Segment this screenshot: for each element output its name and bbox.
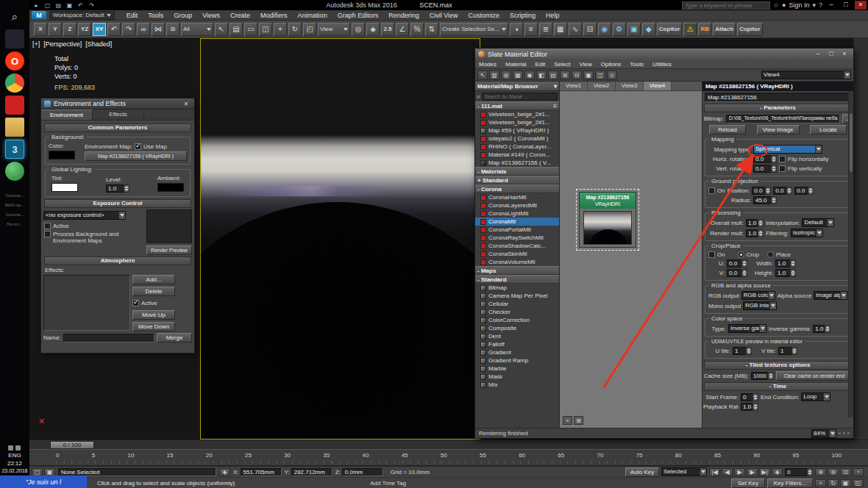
flip-vertically-checkbox[interactable] (779, 165, 786, 172)
user-icon[interactable]: ● (782, 1, 786, 9)
overall-mult-spinner[interactable]: 1.0 (746, 219, 764, 227)
slate-title-bar[interactable]: Slate Material Editor – □ × (475, 49, 853, 60)
slate-menu-item[interactable]: Edit (531, 61, 549, 68)
map-item[interactable]: Cellular (475, 300, 559, 308)
pan-tool-icon[interactable]: ◎ (607, 71, 617, 80)
redo-button[interactable]: ↷ (122, 23, 135, 36)
viewport-menu[interactable]: [Shaded] (85, 40, 112, 48)
render-setup-icon[interactable]: ⚙ (613, 23, 626, 36)
merge-button[interactable]: Merge (157, 333, 192, 342)
menu-item[interactable]: Create (225, 12, 255, 19)
map-name-field[interactable]: Map #2138627156 (705, 93, 851, 102)
corona-material-item[interactable]: CoronaShadowCatc... (475, 242, 559, 250)
select-rotate-icon[interactable]: ↻ (288, 23, 302, 36)
add-time-tag[interactable]: Add Time Tag (370, 480, 406, 487)
select-move-icon[interactable]: + (274, 23, 287, 36)
track-bar[interactable]: 0 / 100 (29, 439, 868, 449)
level-spinner[interactable]: 1.0 (106, 184, 129, 193)
corona-material-item[interactable]: CoronaVolumeMtl (475, 258, 559, 266)
show-end-result-icon[interactable]: ◉ (524, 71, 535, 80)
move-down-button[interactable]: Move Down (132, 322, 175, 331)
open-file-icon[interactable]: ▤ (54, 1, 63, 10)
library-material-item[interactable]: RHINO ( CoronaLayer... (475, 143, 559, 151)
zoom-extents-icon[interactable]: ⊡ (840, 468, 851, 476)
playback-rate-spinner[interactable]: 1.0 (741, 403, 758, 411)
slate-maximize-button[interactable]: □ (825, 50, 837, 58)
params-scrollbar[interactable] (848, 91, 853, 417)
tab-effects[interactable]: Effects (93, 110, 144, 120)
select-manipulate-icon[interactable]: ◈ (366, 23, 380, 36)
warning-icon[interactable]: ⚠ (683, 23, 697, 36)
slate-menu-item[interactable]: Select (550, 61, 574, 68)
maximize-viewport-icon[interactable]: ▣ (840, 479, 851, 487)
map-item[interactable]: ColorCorrection (475, 316, 559, 324)
map-item[interactable]: Gradient (475, 348, 559, 356)
undo-button[interactable]: ↶ (107, 23, 121, 36)
volume-icon[interactable] (15, 445, 21, 451)
clock-time[interactable]: 22:12 (7, 460, 22, 467)
move-up-button[interactable]: Move Up (132, 310, 175, 320)
flip-horizontally-checkbox[interactable] (779, 156, 786, 162)
put-to-library-icon[interactable]: ▥ (489, 71, 499, 80)
workspace-dropdown[interactable]: Workspace: Default (49, 11, 115, 20)
map-item[interactable]: Dent (475, 332, 559, 340)
menu-item[interactable]: Group (168, 12, 197, 19)
layout-all-icon[interactable]: ⊞ (560, 71, 570, 80)
selection-filter-dropdown[interactable]: All (181, 23, 213, 36)
mirror-icon[interactable]: ◑ (510, 23, 523, 36)
constraint-xy-button[interactable]: XY (93, 23, 106, 36)
library-section-header[interactable]: - 111.mat≡ (475, 101, 559, 110)
rollout-atmosphere[interactable]: Atmosphere (44, 256, 191, 265)
timeline-ruler[interactable]: 0510152025303540455055606570758085909510… (29, 449, 868, 466)
curve-editor-icon[interactable]: ∿ (569, 23, 582, 36)
field-of-view-icon[interactable]: ◔ (853, 468, 864, 476)
rollout-time[interactable]: - Time (704, 382, 852, 391)
tab-environment[interactable]: Environment (41, 110, 93, 120)
menu-item[interactable]: Views (197, 12, 225, 19)
unlink-selection-icon[interactable]: ⋈ (152, 23, 165, 36)
isolate-selection-icon[interactable]: ▢ (32, 468, 43, 476)
menu-item[interactable]: Civil View (424, 12, 463, 19)
use-map-checkbox[interactable] (135, 143, 141, 150)
keyword-search-input[interactable] (682, 1, 770, 10)
crop-on-checkbox[interactable] (708, 251, 715, 258)
rendered-frame-icon[interactable]: ▣ (627, 23, 641, 36)
orbit-icon[interactable]: ↻ (828, 479, 839, 487)
process-background-checkbox[interactable] (44, 231, 51, 237)
taskbar-app-green-icon[interactable] (5, 162, 24, 181)
select-by-material-icon[interactable]: ▤ (548, 71, 558, 80)
menu-item[interactable]: Scripting (505, 12, 541, 19)
effect-name-field[interactable] (63, 334, 154, 342)
v-spinner[interactable]: 0.0 (727, 269, 747, 277)
previous-frame-button[interactable]: ◀ (722, 468, 733, 476)
rollout-common-parameters[interactable]: Common Parameters (44, 123, 191, 132)
app-menu-icon[interactable]: ▸ (32, 1, 41, 10)
end-condition-dropdown[interactable]: Loop (801, 392, 830, 401)
ground-sphere[interactable] (200, 202, 480, 439)
slate-close-button[interactable]: × (839, 50, 850, 58)
select-scale-icon[interactable]: ◰ (303, 23, 316, 36)
close-button[interactable]: × (855, 1, 867, 10)
slate-menu-item[interactable]: View (576, 61, 596, 68)
node-view-canvas[interactable]: View1View2View3View4 Map #2138627156 VRa… (560, 82, 702, 428)
atmosphere-active-checkbox[interactable] (132, 300, 139, 306)
bitmap-path-field[interactable]: D:\06_Texture\06_Texture\hdri\Панорамы н… (726, 115, 840, 123)
mapping-type-dropdown[interactable]: Spherical (753, 145, 822, 154)
place-radio[interactable] (767, 251, 774, 258)
pick-material-icon[interactable]: ↖ (477, 71, 488, 80)
copitor-button[interactable]: Copitor (657, 23, 682, 36)
corona-material-item[interactable]: CoronaSkinMtl (475, 250, 559, 258)
layout-children-icon[interactable]: ⊟ (572, 71, 582, 80)
ground-on-checkbox[interactable] (708, 187, 715, 194)
filtering-dropdown[interactable]: Isotropic (791, 229, 823, 237)
position-x-spinner[interactable]: 0.0 (752, 187, 771, 195)
color-space-type-dropdown[interactable]: Inverse gar... (728, 324, 766, 333)
select-by-name-icon[interactable]: ▤ (230, 23, 243, 36)
library-material-item[interactable]: Material #149 ( Coron... (475, 151, 559, 159)
reference-coordsys-dropdown[interactable]: View (318, 23, 350, 36)
go-to-end-button[interactable]: ▶| (759, 468, 770, 476)
exposure-active-checkbox[interactable] (44, 223, 51, 229)
clear-cache-button[interactable]: Clear cache on render end (776, 371, 853, 381)
menu-item[interactable]: Edit (121, 12, 143, 19)
material-editor-icon[interactable]: ◉ (598, 23, 611, 36)
